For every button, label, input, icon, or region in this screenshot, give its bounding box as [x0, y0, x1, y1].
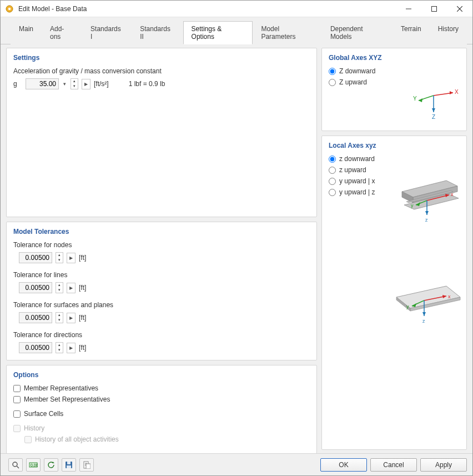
right-column: Global Axes XYZ Z downward Z upward X — [321, 48, 467, 450]
svg-rect-47 — [67, 462, 71, 464]
tolerance-surfaces-apply-icon[interactable]: ▶ — [67, 313, 76, 323]
local-z-up-label: z upward — [339, 166, 366, 174]
member-set-rep-checkbox[interactable] — [13, 396, 21, 403]
global-axes-icon: X Y Z — [409, 82, 459, 122]
save-icon[interactable] — [62, 458, 76, 472]
tab-main[interactable]: Main — [11, 21, 42, 44]
tab-dependent-models[interactable]: Dependent Models — [322, 21, 393, 44]
global-z-down-radio[interactable] — [329, 68, 336, 75]
refresh-icon[interactable] — [44, 458, 58, 472]
search-icon[interactable] — [8, 458, 23, 472]
history-all-label: History of all object activities — [35, 435, 119, 443]
minimize-button[interactable] — [396, 1, 421, 17]
tolerance-nodes-input[interactable] — [19, 252, 52, 263]
svg-text:x: x — [448, 294, 451, 299]
gravity-unit: [ft/s²] — [94, 80, 109, 88]
tab-history[interactable]: History — [430, 21, 467, 44]
tolerance-nodes-spinner[interactable]: ▴▾ — [56, 252, 63, 263]
svg-point-41 — [13, 462, 17, 467]
tolerance-surfaces-unit: [ft] — [79, 314, 86, 322]
gravity-input[interactable] — [26, 78, 59, 89]
footer: 0,00 OK Cancel Apply — [1, 453, 472, 475]
svg-rect-3 — [432, 6, 437, 11]
svg-rect-53 — [86, 464, 90, 469]
global-axes-title: Global Axes XYZ — [329, 54, 460, 62]
tolerance-nodes-label: Tolerance for nodes — [13, 241, 310, 249]
tolerance-surfaces-spinner[interactable]: ▴▾ — [56, 312, 63, 323]
tolerance-nodes: Tolerance for nodes ▴▾ ▶ [ft] — [13, 241, 310, 263]
history-label: History — [24, 424, 44, 432]
close-button[interactable] — [447, 1, 472, 17]
gravity-conversion: 1 lbf = 0.9 lb — [129, 80, 165, 88]
tolerance-lines-unit: [ft] — [79, 284, 86, 292]
svg-text:y: y — [406, 304, 409, 309]
local-axes-panel: Local Axes xyz z downward z upward y upw… — [321, 136, 467, 450]
tab-model-parameters[interactable]: Model Parameters — [253, 21, 321, 44]
local-y-up-x-radio[interactable] — [329, 178, 336, 185]
global-z-up-radio[interactable] — [329, 79, 336, 86]
tolerance-directions: Tolerance for directions ▴▾ ▶ [ft] — [13, 331, 310, 353]
settings-title: Settings — [13, 54, 310, 62]
gravity-apply-icon[interactable]: ▶ — [82, 79, 90, 89]
member-set-rep-label: Member Set Representatives — [24, 395, 110, 403]
tolerance-surfaces-label: Tolerance for surfaces and planes — [13, 301, 310, 309]
spinner-up-icon[interactable]: ▴ — [71, 79, 78, 84]
svg-marker-13 — [432, 108, 435, 112]
svg-text:0,00: 0,00 — [31, 463, 38, 467]
titlebar: Edit Model - Base Data — [1, 1, 472, 17]
gravity-dropdown-icon[interactable]: ▾ — [62, 81, 67, 87]
svg-text:x: x — [451, 192, 454, 197]
tolerance-lines-spinner[interactable]: ▴▾ — [56, 282, 63, 293]
local-y-up-x-label: y upward | x — [339, 177, 375, 185]
svg-point-1 — [8, 7, 11, 9]
cancel-button[interactable]: Cancel — [370, 458, 417, 472]
svg-text:Z: Z — [432, 114, 435, 120]
maximize-button[interactable] — [421, 1, 447, 17]
spinner-down-icon[interactable]: ▾ — [71, 84, 78, 89]
surface-cells-label: Surface Cells — [24, 410, 63, 418]
svg-text:y: y — [411, 203, 414, 208]
window-title: Edit Model - Base Data — [18, 5, 396, 13]
tolerance-surfaces-input[interactable] — [19, 312, 52, 323]
local-z-down-radio[interactable] — [329, 156, 336, 163]
member-rep-checkbox[interactable] — [13, 385, 21, 392]
tab-standards-1[interactable]: Standards I — [82, 21, 132, 44]
content-area: Settings Acceleration of gravity / mass … — [1, 44, 472, 453]
tolerance-lines: Tolerance for lines ▴▾ ▶ [ft] — [13, 271, 310, 293]
tolerance-nodes-unit: [ft] — [79, 254, 86, 262]
svg-marker-27 — [425, 211, 429, 215]
tab-standards-2[interactable]: Standards II — [132, 21, 183, 44]
gravity-label: Acceleration of gravity / mass conversio… — [13, 67, 310, 75]
beam-axes-icon: x y z — [396, 175, 463, 227]
svg-marker-39 — [422, 312, 426, 316]
svg-text:z: z — [425, 217, 428, 223]
tab-addons[interactable]: Add-ons — [42, 21, 82, 44]
surface-cells-checkbox[interactable] — [13, 410, 21, 418]
tab-settings-options[interactable]: Settings & Options — [183, 21, 253, 44]
tolerance-directions-input[interactable] — [19, 342, 52, 353]
tolerance-surfaces: Tolerance for surfaces and planes ▴▾ ▶ [… — [13, 301, 310, 323]
tab-terrain[interactable]: Terrain — [393, 21, 430, 44]
left-column: Settings Acceleration of gravity / mass … — [6, 48, 317, 450]
report-icon[interactable] — [79, 458, 94, 472]
tolerance-directions-spinner[interactable]: ▴▾ — [56, 342, 63, 353]
global-z-down-label: Z downward — [339, 67, 375, 75]
apply-button[interactable]: Apply — [420, 458, 467, 472]
local-z-up-radio[interactable] — [329, 167, 336, 174]
tolerance-lines-input[interactable] — [19, 282, 52, 293]
local-y-up-z-radio[interactable] — [329, 189, 336, 196]
tolerance-directions-label: Tolerance for directions — [13, 331, 310, 339]
tolerance-nodes-apply-icon[interactable]: ▶ — [67, 253, 76, 263]
options-panel: Options Member Representatives Member Se… — [6, 365, 317, 453]
options-title: Options — [13, 371, 310, 379]
tolerance-lines-apply-icon[interactable]: ▶ — [67, 283, 76, 293]
ok-button[interactable]: OK — [320, 458, 367, 472]
tolerance-directions-unit: [ft] — [79, 344, 86, 352]
tolerance-lines-label: Tolerance for lines — [13, 271, 310, 279]
units-icon[interactable]: 0,00 — [26, 458, 41, 472]
edit-model-dialog: Edit Model - Base Data Main Add-ons Stan… — [0, 0, 473, 476]
tolerance-directions-apply-icon[interactable]: ▶ — [67, 343, 76, 353]
gravity-spinner[interactable]: ▴ ▾ — [71, 78, 78, 89]
surface-axes-icon: x y z — [391, 280, 463, 332]
window-controls — [396, 1, 472, 17]
